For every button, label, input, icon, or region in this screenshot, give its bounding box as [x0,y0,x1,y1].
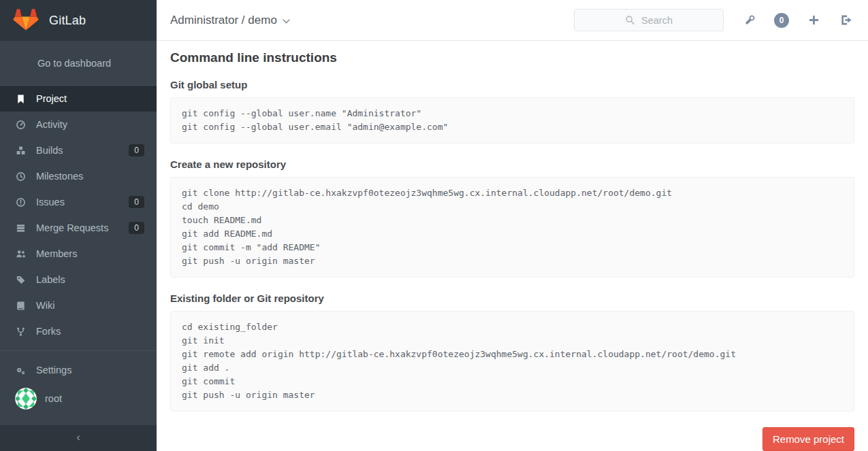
section-existing-folder: Existing folder or Git repository cd exi… [170,293,854,412]
gitlab-wordmark: GitLab [49,14,86,28]
header-actions: 0 [741,12,854,29]
go-to-dashboard-label: Go to dashboard [37,58,111,69]
todos-count: 0 [779,16,784,25]
code-block: git config --global user.name "Administr… [170,97,854,144]
server-stack-icon [15,222,26,233]
chevron-down-icon [283,19,290,24]
go-to-dashboard-link[interactable]: Go to dashboard [0,41,157,86]
sidebar-collapse-button[interactable]: ‹ [0,425,157,451]
sidebar-item-settings[interactable]: Settings [0,357,157,383]
dashboard-gauge-icon [15,119,26,130]
search-placeholder: Search [641,15,673,26]
search-input[interactable]: Search [574,9,724,31]
plus-icon [808,14,820,26]
section-git-global-setup: Git global setup git config --global use… [170,79,854,144]
code-fork-icon [15,326,26,337]
user-avatar [15,388,37,410]
sign-out-icon [840,14,853,27]
clock-icon [15,171,26,182]
gears-icon [15,365,26,375]
todos-count-badge[interactable]: 0 [774,13,789,28]
people-icon [15,248,26,259]
exclamation-circle-icon [15,197,26,207]
section-heading: Existing folder or Git repository [170,293,854,304]
breadcrumb[interactable]: Administrator / demo [170,14,574,27]
code-block: git clone http://gitlab-ce.hxakzvpf0otez… [170,177,854,278]
sidebar-item-issues[interactable]: Issues 0 [0,189,157,215]
admin-area-button[interactable] [741,12,758,29]
wrench-icon [743,14,756,27]
page-title: Command line instructions [170,50,854,65]
sidebar-item-project[interactable]: Project [0,86,157,112]
bookmark-icon [15,93,26,104]
sidebar-user-profile[interactable]: root [0,383,157,414]
sidebar-header[interactable]: GitLab [0,0,157,41]
page-footer: Remove project [170,427,854,451]
sidebar-item-wiki[interactable]: Wiki [0,293,157,318]
user-name: root [45,393,62,404]
section-heading: Create a new repository [170,158,854,170]
builds-cubes-icon [15,145,26,156]
gitlab-tanuki-logo [12,8,39,33]
sidebar-nav: Project Activity Builds 0 [0,86,157,344]
sidebar-item-members[interactable]: Members [0,241,157,267]
sign-out-button[interactable] [838,12,854,29]
sidebar-divider [0,350,157,351]
sidebar-item-forks[interactable]: Forks [0,318,157,344]
sidebar-item-merge-requests[interactable]: Merge Requests 0 [0,215,157,241]
top-header: Administrator / demo Search 0 [157,0,868,41]
book-icon [15,300,26,311]
breadcrumb-text: Administrator / demo [170,14,277,27]
new-project-button[interactable] [805,12,822,29]
merge-requests-count-badge: 0 [129,222,144,234]
code-block: cd existing_folder git init git remote a… [170,311,854,412]
sidebar: GitLab Go to dashboard Project Activity [0,0,157,451]
tag-icon [15,274,26,285]
chevron-left-icon: ‹ [76,431,80,444]
search-icon [625,15,635,25]
remove-project-button[interactable]: Remove project [762,427,854,451]
sidebar-item-labels[interactable]: Labels [0,267,157,293]
main-content: Command line instructions Git global set… [157,0,868,451]
section-create-new-repository: Create a new repository git clone http:/… [170,158,854,278]
sidebar-item-builds[interactable]: Builds 0 [0,137,157,163]
sidebar-item-activity[interactable]: Activity [0,112,157,137]
sidebar-item-milestones[interactable]: Milestones [0,163,157,189]
builds-count-badge: 0 [129,144,144,156]
section-heading: Git global setup [170,79,854,90]
issues-count-badge: 0 [129,196,144,208]
